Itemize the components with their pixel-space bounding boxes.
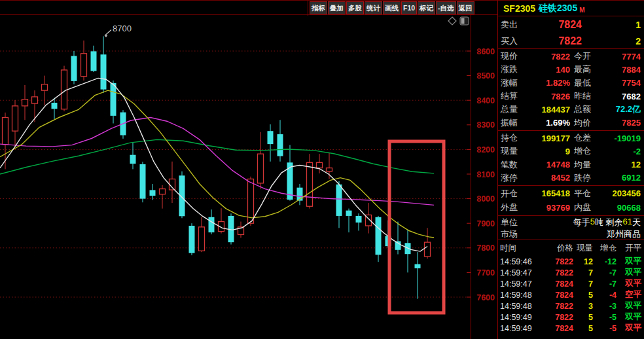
candle-down (336, 185, 342, 216)
tape-cell-time: 14:59:48 (500, 302, 542, 311)
kline-chart[interactable]: 8700860085008400830082008100800079007800… (0, 15, 497, 339)
toolbar: 指标叠加多股统计画线F10标记-自选返回 (0, 0, 497, 15)
candle-up (258, 154, 264, 183)
toolbar-button-多股[interactable]: 多股 (346, 1, 364, 14)
tape-header: 时间价格现量增仓开平 (498, 240, 644, 256)
quote-value: 7754 (598, 78, 641, 88)
info-row: 单位每手5吨 剩余61天 (501, 217, 641, 228)
bid-ask-section: 卖出 7824 1 买入 7822 2 (498, 16, 644, 49)
quote-value: -2 (598, 147, 641, 156)
info-value: 郑州商品 (607, 228, 641, 240)
tape-cell-time: 14:59:49 (500, 313, 542, 322)
toolbar-button-叠加[interactable]: 叠加 (328, 1, 346, 14)
bid-row[interactable]: 买入 7822 2 (498, 33, 644, 49)
tape-header-cell: 开平 (617, 243, 642, 254)
axis-label-8600: 8600 (476, 47, 495, 56)
quote-label: 涨停 (501, 172, 526, 184)
axis-label-8100: 8100 (476, 170, 495, 179)
tape-cell-qty: 7 (573, 279, 593, 289)
toolbar-divider (308, 1, 308, 16)
instrument-header: SF2305 硅铁2305 M (498, 0, 644, 16)
quote-row: 涨幅1.82%最低7754 (501, 77, 641, 89)
axis-label-7700: 7700 (476, 268, 495, 277)
quote-grid-main: 现价7822今开7774涨跌140最高7884涨幅1.82%最低7754结算78… (498, 49, 644, 131)
toolbar-button-F10[interactable]: F10 (401, 1, 417, 14)
tape-row: 14:59:4878245-4空平 (498, 289, 644, 300)
ask-label: 卖出 (501, 19, 529, 31)
quote-value: 12 (598, 160, 641, 170)
quote-value: 1.69% (526, 118, 570, 128)
quote-row: 振幅1.69%均价7825 (501, 117, 641, 129)
period-flag: M (579, 7, 584, 14)
candle-down (130, 155, 136, 164)
tape-row: 14:59:4978245-5双平 (498, 323, 644, 334)
ma-magenta (0, 118, 434, 205)
quote-row: 结算7826昨结7682 (501, 90, 641, 102)
tape-cell-type: 空平 (617, 289, 642, 300)
kline-svg[interactable]: 8700860085008400830082008100800079007800… (0, 15, 497, 339)
tape-cell-time: 14:59:49 (500, 324, 542, 333)
candle-up (62, 70, 67, 109)
quote-value: 8452 (526, 173, 570, 183)
candle-up (42, 84, 48, 90)
quote-label: 总额 (570, 103, 598, 115)
info-seg: 61 (623, 217, 632, 228)
axis-label-8500: 8500 (476, 71, 495, 80)
tape-cell-time: 14:59:47 (500, 279, 542, 289)
tape-row: 14:59:4878223-3双平 (498, 300, 644, 312)
diamond-icon[interactable] (448, 17, 456, 25)
quote-value: 72.2亿 (598, 103, 641, 115)
info-value: 每手5吨 剩余61天 (573, 217, 641, 228)
quote-label: 现价 (501, 50, 526, 62)
high-annotation-arrow (105, 29, 111, 35)
app-window: 指标叠加多股统计画线F10标记-自选返回 8700860085008400830… (0, 0, 644, 339)
tape-row: 14:59:4778247-7双平 (498, 278, 644, 289)
candle-up (199, 227, 205, 251)
tape-cell-qty: 5 (573, 324, 593, 333)
tape-cell-type: 双平 (617, 300, 642, 312)
toolbar-button-画线[interactable]: 画线 (383, 1, 401, 14)
info-seg: 每手 (573, 217, 590, 228)
toolbar-button-标记[interactable]: 标记 (418, 1, 435, 14)
quote-label: 外盘 (501, 202, 526, 213)
candle-down (209, 217, 215, 232)
axis-label-8000: 8000 (476, 194, 495, 204)
toolbar-button-返回[interactable]: 返回 (457, 1, 474, 14)
quote-value: 199177 (526, 134, 570, 143)
tape-section[interactable]: 时间价格现量增仓开平 14:59:46782212-12双平14:59:4778… (498, 240, 644, 339)
quote-row: 外盘93769内盘90668 (501, 202, 641, 213)
quote-value: -19019 (598, 134, 641, 143)
candle-down (91, 51, 97, 71)
toolbar-button-统计[interactable]: 统计 (365, 1, 382, 14)
quote-row: 现量9增仓-2 (501, 145, 641, 157)
toolbar-button-指标[interactable]: 指标 (310, 1, 327, 14)
bid-price: 7822 (529, 35, 582, 47)
tape-row: 14:59:4978225-5双平 (498, 312, 644, 323)
highlight-rect-annotation[interactable] (389, 141, 444, 313)
candle-down (140, 164, 146, 199)
candle-down (189, 226, 195, 253)
axis-label-7900: 7900 (476, 219, 495, 228)
tape-cell-time: 14:59:46 (500, 257, 542, 266)
quote-row: 总量184437总额72.2亿 (501, 103, 641, 115)
tape-cell-price: 7822 (542, 257, 573, 266)
quote-value: 7884 (598, 65, 641, 75)
quote-value: 93769 (526, 203, 570, 213)
toolbar-button-group: 指标叠加多股统计画线F10标记-自选返回 (310, 1, 474, 14)
tape-row: 14:59:46782212-12双平 (498, 256, 644, 267)
ask-row[interactable]: 卖出 7824 1 (498, 16, 644, 33)
info-seg: 天 (632, 217, 641, 228)
toolbar-button--自选[interactable]: -自选 (436, 1, 456, 14)
tape-cell-qty: 5 (573, 313, 593, 322)
quote-label: 总量 (501, 103, 526, 115)
contract-info: 单位每手5吨 剩余61天市场郑州商品 (498, 216, 644, 240)
info-seg: 吨 (595, 217, 603, 228)
quote-panel: SF2305 硅铁2305 M 卖出 7824 1 买入 7822 2 现价78… (497, 0, 644, 339)
info-label: 单位 (501, 217, 518, 228)
candle-up (160, 189, 166, 194)
candle-up (327, 168, 332, 171)
tape-cell-price: 7824 (542, 324, 573, 333)
candle-down (52, 103, 58, 109)
axis-label-8200: 8200 (476, 145, 495, 154)
candle-down (71, 56, 77, 81)
